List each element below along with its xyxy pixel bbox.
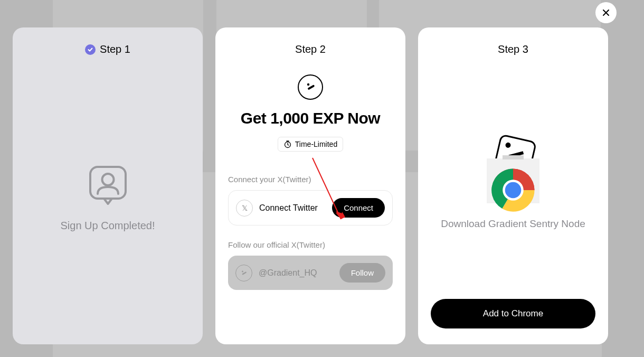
follow-twitter-box: @Gradient_HQ Follow (228, 256, 393, 290)
follow-section-label: Follow our official X(Twitter) (228, 240, 393, 249)
download-text: Download Gradient Sentry Node (441, 218, 585, 230)
step3-label: Step 3 (498, 43, 528, 55)
timer-icon (283, 140, 292, 148)
time-limited-badge: Time-Limited (278, 137, 343, 152)
svg-point-5 (242, 270, 243, 272)
check-icon (85, 44, 96, 55)
gradient-small-icon (235, 265, 252, 281)
step3-card: Step 3 (418, 27, 608, 344)
svg-point-10 (505, 182, 522, 199)
chrome-logo-icon (489, 166, 537, 214)
exp-title: Get 1,000 EXP Now (241, 109, 380, 127)
profile-icon (88, 165, 128, 207)
svg-point-2 (307, 83, 309, 86)
connect-section-label: Connect your X(Twitter) (228, 175, 393, 184)
step1-header: Step 1 (25, 43, 190, 55)
follow-handle: @Gradient_HQ (259, 268, 317, 278)
step3-header: Step 3 (431, 43, 595, 55)
connect-twitter-label: Connect Twitter (259, 203, 318, 213)
svg-rect-0 (90, 167, 126, 199)
signup-completed-text: Sign Up Completed! (61, 220, 155, 232)
step1-card: Step 1 Sign Up Completed! (13, 27, 203, 344)
step1-label: Step 1 (100, 43, 130, 55)
connect-twitter-box: 𝕏 Connect Twitter Connect (228, 190, 393, 226)
svg-point-1 (102, 174, 113, 185)
step2-header: Step 2 (228, 43, 393, 55)
connect-button[interactable]: Connect (332, 198, 385, 218)
add-to-chrome-button[interactable]: Add to Chrome (431, 299, 595, 328)
follow-button: Follow (339, 263, 385, 283)
step2-card: Step 2 Get 1,000 EXP Now Time-Limited Co… (215, 27, 405, 344)
time-limited-label: Time-Limited (295, 140, 337, 148)
gradient-logo-icon (298, 74, 323, 100)
close-button[interactable] (595, 2, 617, 23)
close-icon (602, 8, 610, 17)
chrome-extension-graphic (487, 137, 539, 203)
x-twitter-icon: 𝕏 (236, 200, 253, 217)
step2-label: Step 2 (295, 43, 326, 55)
